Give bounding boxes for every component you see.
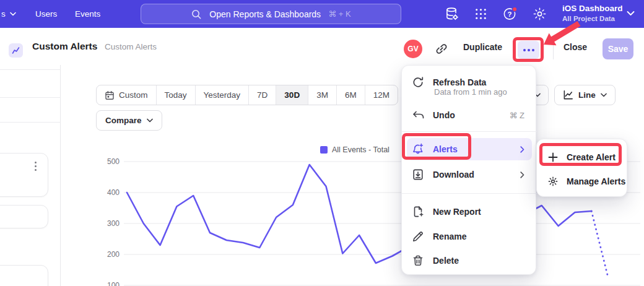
new-report-icon bbox=[412, 206, 424, 218]
data-management-icon[interactable] bbox=[444, 6, 459, 22]
date-range-selector: Custom Today Yesterday 7D 30D 3M 6M 12M bbox=[96, 85, 398, 105]
y-axis-label: 100 bbox=[98, 280, 120, 286]
apps-grid-icon[interactable] bbox=[473, 6, 489, 22]
search-placeholder: Open Reports & Dashboards bbox=[209, 9, 321, 19]
chart-line-dotted-tail bbox=[591, 211, 608, 277]
menu-refresh-sublabel: Data from 1 min ago bbox=[434, 87, 507, 97]
y-axis-label: 300 bbox=[98, 219, 120, 228]
project-name: iOS Dashboard bbox=[562, 3, 623, 14]
search-shortcut: ⌘ + K bbox=[328, 9, 351, 19]
nav-cutoff-label: s bbox=[1, 9, 6, 19]
chevron-down-icon bbox=[10, 12, 16, 16]
compare-button[interactable]: Compare bbox=[96, 110, 162, 131]
trash-icon bbox=[412, 254, 424, 267]
menu-item-new-report[interactable]: New Report bbox=[407, 201, 532, 223]
project-switcher[interactable]: iOS Dashboard All Project Data bbox=[562, 3, 623, 24]
sidebar-divider bbox=[0, 97, 61, 98]
legend-swatch bbox=[320, 146, 328, 154]
top-navigation-bar: s Users Events Open Reports & Dashboards… bbox=[0, 0, 644, 28]
nav-item-users[interactable]: Users bbox=[35, 0, 57, 28]
left-sidebar bbox=[0, 65, 61, 286]
chart-type-button[interactable]: Line bbox=[554, 85, 616, 105]
menu-item-alerts[interactable]: Alerts bbox=[407, 138, 532, 160]
menu-item-rename[interactable]: Rename bbox=[407, 225, 532, 248]
date-range-6m[interactable]: 6M bbox=[337, 85, 365, 105]
sidebar-report-card[interactable] bbox=[0, 153, 48, 197]
date-range-custom[interactable]: Custom bbox=[97, 85, 157, 105]
app-window: s Users Events Open Reports & Dashboards… bbox=[0, 0, 644, 286]
date-range-3m[interactable]: 3M bbox=[308, 85, 337, 105]
menu-item-delete[interactable]: Delete bbox=[407, 249, 532, 272]
card-kebab-menu[interactable] bbox=[33, 160, 38, 172]
search-icon bbox=[191, 9, 202, 20]
chevron-right-icon bbox=[520, 146, 524, 153]
chevron-down-icon bbox=[601, 93, 607, 97]
menu-item-undo[interactable]: Undo ⌘ Z bbox=[407, 104, 532, 126]
date-range-30d-active[interactable]: 30D bbox=[276, 85, 308, 105]
global-search-input[interactable]: Open Reports & Dashboards ⌘ + K bbox=[141, 4, 401, 24]
y-axis-label: 200 bbox=[98, 249, 120, 259]
project-scope: All Project Data bbox=[562, 14, 623, 24]
plus-icon bbox=[547, 152, 559, 163]
chevron-down-icon bbox=[147, 118, 153, 123]
pencil-icon bbox=[412, 230, 424, 243]
alerts-submenu: Create Alert Manage Alerts bbox=[536, 139, 627, 197]
date-range-yesterday[interactable]: Yesterday bbox=[196, 85, 250, 105]
date-range-7d[interactable]: 7D bbox=[249, 85, 276, 105]
settings-icon[interactable] bbox=[532, 6, 547, 22]
sidebar-report-card[interactable] bbox=[0, 265, 48, 286]
help-icon[interactable]: ? bbox=[502, 6, 518, 22]
nav-item-events[interactable]: Events bbox=[75, 0, 100, 28]
nav-item-cutoff[interactable]: s bbox=[1, 0, 16, 28]
svg-text:?: ? bbox=[507, 11, 511, 18]
sidebar-divider bbox=[0, 122, 61, 123]
y-axis-label: 400 bbox=[98, 188, 120, 197]
submenu-item-manage-alerts[interactable]: Manage Alerts bbox=[542, 170, 623, 193]
legend-label: All Events - Total bbox=[332, 145, 389, 154]
chart-legend[interactable]: All Events - Total bbox=[320, 145, 389, 154]
y-axis-label: 500 bbox=[98, 157, 120, 167]
chevron-right-icon bbox=[520, 171, 524, 178]
refresh-icon bbox=[412, 76, 424, 89]
calendar-icon bbox=[105, 90, 115, 100]
project-chevron-down-icon[interactable] bbox=[627, 11, 635, 16]
date-range-today[interactable]: Today bbox=[157, 85, 196, 105]
download-icon bbox=[412, 168, 424, 181]
date-range-12m[interactable]: 12M bbox=[365, 85, 398, 105]
line-chart-icon bbox=[563, 90, 573, 100]
more-options-menu: Refresh Data Data from 1 min ago Undo ⌘ … bbox=[401, 65, 536, 275]
menu-item-download[interactable]: Download bbox=[407, 163, 532, 186]
gear-icon bbox=[547, 176, 559, 187]
menu-separator bbox=[402, 131, 537, 132]
sidebar-report-card[interactable] bbox=[0, 205, 48, 228]
notification-badge bbox=[512, 7, 517, 12]
undo-shortcut: ⌘ Z bbox=[509, 111, 524, 120]
submenu-item-create-alert[interactable]: Create Alert bbox=[542, 146, 623, 168]
menu-separator bbox=[402, 193, 537, 194]
sidebar-divider bbox=[0, 69, 61, 70]
undo-icon bbox=[412, 109, 424, 121]
bell-plus-icon bbox=[412, 143, 424, 155]
